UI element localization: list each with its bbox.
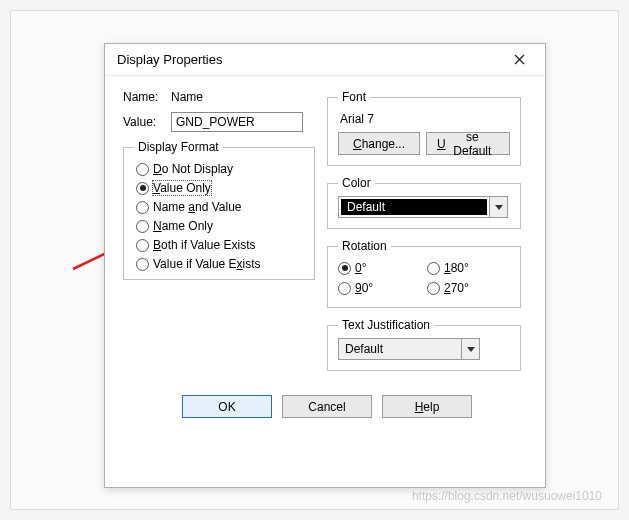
name-label: Name: xyxy=(123,90,171,104)
radio-rotation-90[interactable]: 90° xyxy=(338,281,421,295)
radio-value-if-value-exists[interactable]: Value if Value Exists xyxy=(136,257,304,271)
dialog-title: Display Properties xyxy=(117,52,501,67)
radio-label: Value Only xyxy=(153,181,211,195)
radio-do-not-display[interactable]: Do Not Display xyxy=(136,162,304,176)
radio-icon xyxy=(338,282,351,295)
value-input[interactable] xyxy=(171,112,303,132)
radio-icon xyxy=(136,201,149,214)
radio-both-if-value-exists[interactable]: Both if Value Exists xyxy=(136,238,304,252)
help-button[interactable]: Help xyxy=(382,395,472,418)
value-label: Value: xyxy=(123,115,171,129)
radio-icon xyxy=(136,163,149,176)
titlebar: Display Properties xyxy=(105,44,545,76)
radio-rotation-270[interactable]: 270° xyxy=(427,281,510,295)
name-row: Name: Name xyxy=(123,90,315,104)
justification-select[interactable]: Default xyxy=(338,338,480,360)
radio-icon xyxy=(136,220,149,233)
text-justification-group: Text Justification Default xyxy=(327,318,521,371)
radio-icon xyxy=(136,239,149,252)
display-format-group: Display Format Do Not Display Value Only xyxy=(123,140,315,280)
dialog-footer: OK Cancel Help xyxy=(123,381,531,432)
radio-label: Name Only xyxy=(153,219,213,233)
radio-value-only[interactable]: Value Only xyxy=(136,181,304,195)
radio-label: Name and Value xyxy=(153,200,242,214)
radio-icon xyxy=(427,262,440,275)
color-select[interactable]: Default xyxy=(338,196,508,218)
name-value: Name xyxy=(171,90,203,104)
radio-icon xyxy=(338,262,351,275)
ok-button[interactable]: OK xyxy=(182,395,272,418)
radio-icon xyxy=(427,282,440,295)
watermark: https://blog.csdn.net/wusuowei1010 xyxy=(412,489,602,503)
radio-label: 270° xyxy=(444,281,469,295)
radio-label: Both if Value Exists xyxy=(153,238,256,252)
color-legend: Color xyxy=(338,176,375,190)
radio-label: 0° xyxy=(355,261,367,275)
close-button[interactable] xyxy=(501,47,537,73)
svg-marker-5 xyxy=(467,347,475,352)
canvas-background: Display Properties Name: Name Value: xyxy=(10,10,619,510)
radio-label: 180° xyxy=(444,261,469,275)
rotation-legend: Rotation xyxy=(338,239,391,253)
text-justification-legend: Text Justification xyxy=(338,318,434,332)
font-group: Font Arial 7 Change... Use Default xyxy=(327,90,521,166)
close-icon xyxy=(514,54,525,65)
radio-label: 90° xyxy=(355,281,373,295)
color-value: Default xyxy=(341,199,487,215)
radio-icon xyxy=(136,182,149,195)
justification-value: Default xyxy=(339,342,461,356)
font-info: Arial 7 xyxy=(340,112,510,126)
radio-icon xyxy=(136,258,149,271)
use-default-font-button[interactable]: Use Default xyxy=(426,132,510,155)
radio-label: Do Not Display xyxy=(153,162,233,176)
radio-name-and-value[interactable]: Name and Value xyxy=(136,200,304,214)
color-group: Color Default xyxy=(327,176,521,229)
radio-rotation-180[interactable]: 180° xyxy=(427,261,510,275)
font-legend: Font xyxy=(338,90,370,104)
display-format-legend: Display Format xyxy=(134,140,223,154)
display-properties-dialog: Display Properties Name: Name Value: xyxy=(104,43,546,488)
svg-marker-4 xyxy=(495,205,503,210)
change-font-button[interactable]: Change... xyxy=(338,132,420,155)
chevron-down-icon xyxy=(489,197,507,217)
cancel-button[interactable]: Cancel xyxy=(282,395,372,418)
chevron-down-icon xyxy=(461,339,479,359)
value-row: Value: xyxy=(123,112,315,132)
radio-rotation-0[interactable]: 0° xyxy=(338,261,421,275)
radio-name-only[interactable]: Name Only xyxy=(136,219,304,233)
radio-label: Value if Value Exists xyxy=(153,257,261,271)
rotation-group: Rotation 0° 180° xyxy=(327,239,521,308)
